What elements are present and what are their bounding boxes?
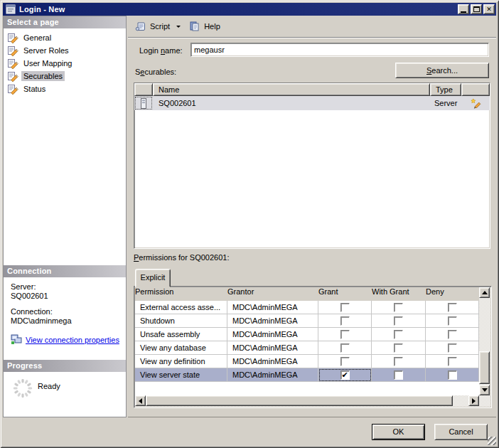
edit-pencil-icon bbox=[471, 98, 481, 109]
col-header-grantor[interactable]: Grantor bbox=[227, 287, 318, 301]
deny-checkbox[interactable] bbox=[448, 303, 457, 312]
permission-name-cell: View any database bbox=[135, 341, 227, 355]
with-grant-cell[interactable] bbox=[372, 368, 426, 382]
with-grant-cell[interactable] bbox=[372, 314, 426, 328]
sidebar-page-label: Server Roles bbox=[21, 46, 71, 55]
grant-cell[interactable] bbox=[318, 328, 372, 341]
progress-status: Ready bbox=[38, 382, 60, 390]
securables-extra-column-header bbox=[461, 83, 490, 96]
maximize-button[interactable] bbox=[471, 4, 482, 14]
vertical-scroll-thumb[interactable] bbox=[479, 351, 490, 384]
script-dropdown-icon[interactable] bbox=[176, 26, 181, 28]
col-header-grant[interactable]: Grant bbox=[318, 287, 372, 301]
horizontal-scroll-thumb[interactable] bbox=[146, 395, 453, 406]
with-grant-checkbox[interactable] bbox=[394, 343, 403, 353]
permission-row[interactable]: View any definition MDC\AdminMEGA bbox=[135, 355, 479, 368]
securable-row-selector[interactable] bbox=[134, 96, 153, 110]
deny-checkbox[interactable] bbox=[448, 316, 457, 326]
permission-row[interactable]: Shutdown MDC\AdminMEGA bbox=[135, 314, 479, 328]
grant-cell[interactable] bbox=[318, 314, 372, 328]
col-header-with-grant[interactable]: With Grant bbox=[372, 287, 426, 301]
grant-cell[interactable] bbox=[318, 368, 372, 382]
grant-checkbox[interactable] bbox=[340, 343, 350, 353]
cancel-button[interactable]: Cancel bbox=[434, 424, 488, 440]
sidebar-page-item[interactable]: Server Roles bbox=[4, 44, 126, 57]
sidebar-page-item[interactable]: General bbox=[4, 31, 126, 44]
scroll-down-button[interactable] bbox=[479, 385, 490, 395]
with-grant-checkbox[interactable] bbox=[394, 370, 403, 380]
scroll-right-button[interactable] bbox=[468, 395, 479, 406]
with-grant-checkbox[interactable] bbox=[394, 303, 403, 312]
with-grant-cell[interactable] bbox=[372, 341, 426, 355]
securables-type-column-header[interactable]: Type bbox=[430, 83, 461, 96]
permission-grantor-cell: MDC\AdminMEGA bbox=[227, 341, 318, 355]
tab-explicit[interactable]: Explicit bbox=[135, 269, 171, 287]
securable-edit-cell[interactable] bbox=[461, 98, 490, 109]
scroll-down-icon bbox=[482, 388, 488, 392]
scroll-up-button[interactable] bbox=[479, 287, 490, 298]
securables-label: Securables: bbox=[135, 68, 176, 76]
with-grant-checkbox[interactable] bbox=[394, 330, 403, 339]
script-button[interactable]: Script bbox=[132, 18, 184, 34]
securable-row[interactable]: SQ002601 Server bbox=[134, 96, 490, 110]
grant-checkbox[interactable] bbox=[340, 370, 350, 380]
sidebar-page-item[interactable]: User Mapping bbox=[4, 57, 126, 70]
connection-header: Connection bbox=[4, 265, 126, 277]
with-grant-cell[interactable] bbox=[372, 301, 426, 314]
with-grant-cell[interactable] bbox=[372, 328, 426, 341]
close-button[interactable]: ✕ bbox=[483, 4, 495, 14]
grant-checkbox[interactable] bbox=[340, 303, 350, 312]
col-header-permission[interactable]: Permission bbox=[135, 287, 227, 301]
deny-checkbox[interactable] bbox=[448, 370, 457, 380]
login-name-input[interactable]: megausr bbox=[191, 43, 489, 57]
permission-grantor-cell: MDC\AdminMEGA bbox=[227, 301, 318, 314]
grant-cell[interactable] bbox=[318, 355, 372, 368]
grant-cell[interactable] bbox=[318, 301, 372, 314]
with-grant-cell[interactable] bbox=[372, 355, 426, 368]
permission-row[interactable]: Unsafe assembly MDC\AdminMEGA bbox=[135, 328, 479, 341]
resize-grip[interactable] bbox=[488, 437, 496, 445]
grant-checkbox[interactable] bbox=[340, 330, 350, 339]
search-button[interactable]: Search... bbox=[395, 63, 489, 78]
minimize-button[interactable] bbox=[458, 4, 469, 14]
sidebar-page-item[interactable]: Status bbox=[4, 82, 126, 95]
login-name-label: Login name: bbox=[139, 46, 183, 55]
deny-cell[interactable] bbox=[426, 355, 479, 368]
scroll-left-button[interactable] bbox=[135, 395, 146, 406]
deny-cell[interactable] bbox=[426, 328, 479, 341]
col-header-deny[interactable]: Deny bbox=[426, 287, 479, 301]
toolbar: Script Help bbox=[128, 17, 496, 36]
view-connection-properties-link[interactable]: View connection properties bbox=[26, 336, 119, 345]
deny-checkbox[interactable] bbox=[448, 357, 457, 366]
grant-checkbox[interactable] bbox=[340, 357, 350, 366]
with-grant-checkbox[interactable] bbox=[394, 316, 403, 326]
ok-button[interactable]: OK bbox=[372, 424, 425, 440]
deny-cell[interactable] bbox=[426, 314, 479, 328]
minimize-icon bbox=[461, 11, 466, 13]
grant-checkbox[interactable] bbox=[340, 316, 350, 326]
script-icon bbox=[135, 21, 146, 32]
permission-name-cell: View server state bbox=[135, 368, 227, 382]
permission-name-cell: View any definition bbox=[135, 355, 227, 368]
title-bar[interactable]: Login - New ✕ bbox=[3, 3, 496, 16]
deny-checkbox[interactable] bbox=[448, 343, 457, 353]
deny-cell[interactable] bbox=[426, 301, 479, 314]
deny-cell[interactable] bbox=[426, 368, 479, 382]
permission-row[interactable]: View any database MDC\AdminMEGA bbox=[135, 341, 479, 355]
help-button[interactable]: Help bbox=[186, 18, 224, 34]
server-label: Server: bbox=[11, 282, 126, 292]
sidebar-page-item[interactable]: Securables bbox=[4, 70, 126, 82]
permission-grantor-cell: MDC\AdminMEGA bbox=[227, 314, 318, 328]
page-icon bbox=[7, 58, 18, 69]
window-title: Login - New bbox=[19, 5, 456, 14]
with-grant-checkbox[interactable] bbox=[394, 357, 403, 366]
permission-row[interactable]: View server state MDC\AdminMEGA bbox=[135, 368, 479, 382]
permission-row[interactable]: External access asse... MDC\AdminMEGA bbox=[135, 301, 479, 314]
securables-grid-header: Name Type bbox=[134, 83, 490, 96]
horizontal-scrollbar[interactable] bbox=[135, 395, 479, 407]
vertical-scrollbar[interactable] bbox=[479, 287, 490, 395]
grant-cell[interactable] bbox=[318, 341, 372, 355]
securables-name-column-header[interactable]: Name bbox=[153, 83, 430, 96]
deny-checkbox[interactable] bbox=[448, 330, 457, 339]
deny-cell[interactable] bbox=[426, 341, 479, 355]
